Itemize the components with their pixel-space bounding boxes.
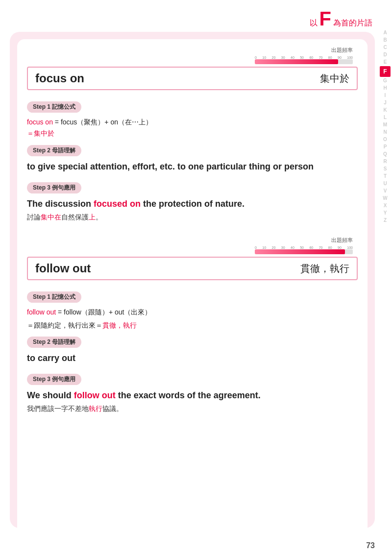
alpha-E: E	[384, 59, 387, 66]
freq-bar-1	[255, 59, 353, 64]
alpha-B: B	[383, 37, 387, 44]
step1-badge-follow-out: Step 1 記憶公式	[27, 291, 81, 303]
header-letter: F	[319, 9, 331, 28]
alpha-R: R	[383, 158, 387, 165]
alpha-X: X	[384, 202, 387, 209]
step3-badge-focus-on: Step 3 例句應用	[27, 182, 81, 193]
alpha-M: M	[383, 121, 387, 128]
freq-bar-fill-1	[255, 59, 338, 64]
entry-meaning-follow-out: 貫徹，執行	[300, 262, 349, 275]
example-cn-focus-on: 討論集中在自然保護上。	[27, 213, 358, 222]
entry-focus-on: 出題頻率 0 10 20 30 40 50 60 70 80 90 100	[27, 47, 358, 222]
alpha-V: V	[384, 188, 387, 194]
alpha-L: L	[384, 114, 387, 121]
alpha-F-active: F	[380, 66, 391, 77]
example-cn-follow-out: 我們應該一字不差地執行協議。	[27, 405, 358, 413]
alpha-J: J	[384, 99, 387, 106]
main-content: 出題頻率 0 10 20 30 40 50 60 70 80 90 100	[10, 32, 375, 540]
alpha-G: G	[383, 77, 387, 84]
entry-meaning-focus-on: 集中於	[320, 72, 349, 85]
entry-word-focus-on: focus on	[35, 72, 84, 85]
alpha-P: P	[384, 144, 387, 150]
step1-badge-focus-on: Step 1 記憶公式	[27, 101, 81, 113]
alpha-U: U	[383, 180, 387, 187]
freq-label-1: 出題頻率	[331, 47, 353, 54]
alpha-Z: Z	[384, 217, 387, 224]
formula-1-focus-on: focus on = focus（聚焦）+ on（在⋯上）	[27, 117, 358, 127]
entry-box-focus-on: focus on 集中於	[27, 67, 358, 90]
formula-2-follow-out: ＝跟隨約定，執行出來＝貫徹，執行	[27, 320, 358, 331]
alpha-Q: Q	[383, 151, 387, 158]
def-follow-out: to carry out	[27, 352, 358, 365]
alpha-C: C	[383, 44, 387, 51]
def-focus-on: to give special attention, effort, etc. …	[27, 160, 358, 173]
entry-box-follow-out: follow out 貫徹，執行	[27, 257, 358, 280]
freq-bar-fill-2	[255, 249, 345, 254]
formula-1-follow-out: follow out = follow（跟隨）+ out（出來）	[27, 307, 358, 317]
example-eng-focus-on: The discussion focused on the protection…	[27, 197, 358, 211]
header-suffix: 為首的片語	[333, 18, 372, 28]
alpha-T: T	[384, 173, 387, 180]
content-panel: 出題頻率 0 10 20 30 40 50 60 70 80 90 100	[17, 39, 368, 544]
alpha-H: H	[383, 85, 387, 92]
formula-cn-focus-on: ＝集中於	[27, 129, 358, 138]
freq-section-1: 出題頻率 0 10 20 30 40 50 60 70 80 90 100	[27, 47, 358, 64]
alpha-Y: Y	[384, 210, 387, 217]
freq-label-2: 出題頻率	[331, 237, 353, 244]
alpha-K: K	[383, 107, 387, 114]
freq-bar-2	[255, 249, 353, 254]
alpha-N: N	[383, 129, 387, 136]
freq-numbers-1: 0 10 20 30 40 50 60 70 80 90 100	[255, 56, 353, 59]
alpha-A: A	[383, 29, 387, 36]
example-highlight-focus-on: focused on	[94, 199, 141, 209]
entry-word-follow-out: follow out	[35, 262, 91, 275]
example-highlight-follow-out: follow out	[74, 390, 116, 400]
step3-badge-follow-out: Step 3 例句應用	[27, 374, 81, 385]
entry-divider	[27, 227, 358, 237]
step2-badge-focus-on: Step 2 母語理解	[27, 145, 81, 156]
alpha-D: D	[383, 51, 387, 58]
freq-numbers-2: 0 10 20 30 40 50 60 70 80 90 100	[255, 246, 353, 249]
alpha-W: W	[383, 195, 387, 202]
alpha-S: S	[384, 166, 387, 172]
freq-section-2: 出題頻率 0 10 20 30 40 50 60 70 80 90 100	[27, 237, 358, 254]
alpha-I: I	[385, 92, 386, 99]
page-header: 以 F 為首的片語	[310, 9, 372, 28]
example-eng-follow-out: We should follow out the exact words of …	[27, 389, 358, 402]
formula-word: focus on	[27, 118, 53, 126]
alpha-O: O	[383, 136, 387, 143]
alphabet-sidebar: A B C D E F G H I J K L M N O P Q R S T …	[378, 29, 392, 224]
page-number: 73	[366, 541, 375, 550]
step2-badge-follow-out: Step 2 母語理解	[27, 337, 81, 348]
header-prefix: 以	[310, 18, 318, 28]
entry-follow-out: 出題頻率 0 10 20 30 40 50 60 70 80 90 100	[27, 237, 358, 413]
